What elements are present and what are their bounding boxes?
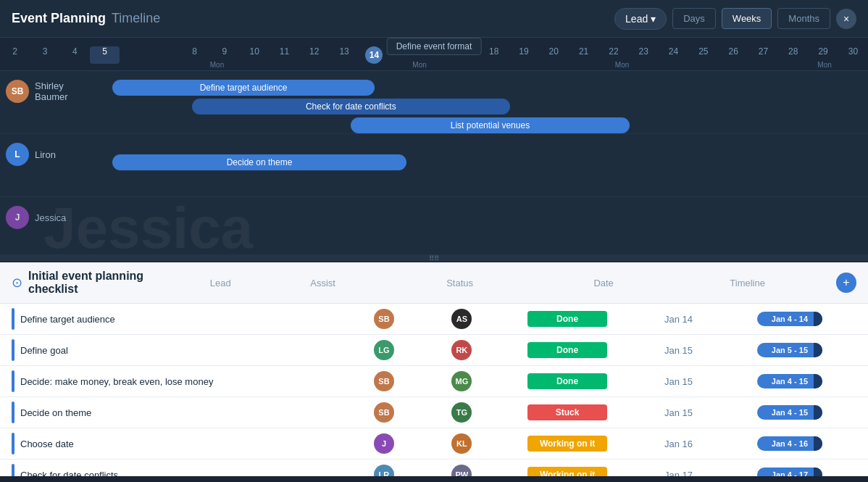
person-name-liron: Liron (35, 149, 56, 160)
lead-chevron-icon: ▾ (651, 13, 656, 25)
assist-cell: MG (423, 371, 501, 391)
checklist-title: Initial event planning checklist (28, 270, 167, 296)
lead-avatar[interactable]: SB (374, 371, 394, 391)
lead-avatar[interactable]: SB (374, 402, 394, 423)
scroll-drag-icon[interactable]: ⠿⠿ (429, 254, 439, 262)
col-header-assist: Assist (275, 278, 371, 288)
task-stripe (12, 433, 14, 454)
person-row-jessica: J Jessica Jessica (0, 197, 868, 255)
app-title: Event Planning (12, 11, 106, 26)
table-row: Check for date conflicts LR PW Working o… (0, 460, 868, 476)
timeline-cell: Jan 4 - 15 (723, 405, 856, 420)
date-cell-data: Jan 14 (634, 314, 723, 325)
checklist-header: ⊙ Initial event planning checklist Lead … (0, 262, 868, 304)
bar-decide-theme[interactable]: Decide on theme (112, 154, 406, 170)
timeline-badge[interactable]: Jan 4 - 17 (757, 468, 822, 476)
assist-avatar[interactable]: PW (451, 465, 472, 476)
timeline-bars-shirley: Define target audience Check for date co… (72, 77, 868, 128)
person-info-liron: L Liron (0, 140, 72, 169)
status-badge[interactable]: Stuck (527, 404, 607, 420)
timeline-bars-liron: Decide on theme (72, 140, 868, 191)
status-badge[interactable]: Working on it (527, 436, 607, 452)
task-stripe (12, 339, 14, 361)
lead-avatar[interactable]: LR (374, 465, 394, 476)
header-left: Event Planning Timeline (12, 11, 160, 26)
task-cell: Decide on theme (12, 402, 345, 423)
assist-avatar[interactable]: KL (451, 433, 472, 454)
lead-avatar[interactable]: J (374, 433, 394, 454)
person-name-shirley: Shirley Baumer (35, 80, 68, 102)
assist-avatar[interactable]: TG (451, 402, 472, 423)
avatar-shirley: SB (6, 80, 29, 103)
timeline-cell: Jan 4 - 15 (723, 374, 856, 388)
task-stripe (12, 464, 14, 476)
avatar-jessica: J (6, 206, 29, 229)
lead-cell: LR (345, 465, 422, 476)
timeline-badge[interactable]: Jan 4 - 14 (757, 312, 822, 326)
col-header-status: Status (377, 278, 543, 288)
days-view-button[interactable]: Days (672, 8, 716, 29)
task-rows-container: Define target audience SB AS Done Jan 14… (0, 304, 868, 476)
assist-cell: KL (423, 433, 501, 454)
lead-cell: SB (345, 309, 422, 329)
table-section: ⊙ Initial event planning checklist Lead … (0, 262, 868, 476)
date-cell-data: Jan 15 (634, 345, 723, 356)
task-cell: Choose date (12, 433, 345, 454)
status-cell: Done (501, 373, 634, 389)
status-cell: Working on it (501, 467, 634, 476)
status-badge[interactable]: Done (527, 342, 607, 358)
weeks-view-button[interactable]: Weeks (722, 8, 772, 29)
timeline-badge[interactable]: Jan 4 - 15 (757, 374, 822, 388)
table-row: Choose date J KL Working on it Jan 16 Ja… (0, 428, 868, 460)
assist-cell: PW (423, 465, 501, 476)
assist-cell: TG (423, 402, 501, 423)
status-cell: Done (501, 311, 634, 327)
lead-filter-label: Lead (625, 13, 648, 25)
timeline-badge[interactable]: Jan 5 - 15 (757, 343, 822, 357)
close-button[interactable]: × (836, 9, 856, 29)
col-header-timeline: Timeline (664, 278, 830, 288)
timeline-body: SB Shirley Baumer Define target audience… (0, 71, 868, 255)
checklist-expand-icon[interactable]: ⊙ (12, 275, 22, 291)
assist-cell: AS (423, 309, 501, 329)
lead-avatar[interactable]: SB (374, 309, 394, 329)
col-header-date: Date (548, 278, 659, 288)
status-cell: Done (501, 342, 634, 358)
add-task-button[interactable]: + (836, 273, 856, 293)
lead-filter-button[interactable]: Lead ▾ (614, 8, 667, 30)
app-header: Event Planning Timeline Lead ▾ Days Week… (0, 0, 868, 38)
assist-avatar[interactable]: RK (451, 340, 472, 360)
assist-avatar[interactable]: MG (451, 371, 472, 391)
assist-cell: RK (423, 340, 501, 360)
bar-check-date[interactable]: Check for date conflicts (192, 99, 510, 115)
timeline-cell: Jan 5 - 15 (723, 343, 856, 357)
timeline-badge[interactable]: Jan 4 - 16 (757, 436, 822, 451)
months-view-button[interactable]: Months (777, 8, 830, 29)
table-row: Define goal LG RK Done Jan 15 Jan 5 - 15 (0, 335, 868, 366)
bar-define-target[interactable]: Define target audience (112, 80, 375, 96)
timeline-badge[interactable]: Jan 4 - 15 (757, 405, 822, 420)
timeline-scrollbar[interactable]: ⠿⠿ (0, 255, 868, 261)
bar-list-venues[interactable]: List potential venues (351, 117, 629, 133)
header-right: Lead ▾ Days Weeks Months × (614, 8, 856, 30)
task-name: Check for date conflicts (20, 470, 118, 477)
table-row: Decide: make money, break even, lose mon… (0, 366, 868, 397)
lead-cell: LG (345, 340, 422, 360)
lead-cell: SB (345, 402, 422, 423)
task-cell: Define target audience (12, 308, 345, 330)
timeline-section: Define event format 2 3 4 5 8 9 10 11 12… (0, 38, 868, 262)
status-badge[interactable]: Done (527, 373, 607, 389)
task-cell: Decide: make money, break even, lose mon… (12, 370, 345, 392)
lead-cell: J (345, 433, 422, 454)
task-stripe (12, 370, 14, 392)
lead-avatar[interactable]: LG (374, 340, 394, 360)
assist-avatar[interactable]: AS (451, 309, 472, 329)
task-stripe (12, 308, 14, 330)
timeline-cell: Jan 4 - 16 (723, 436, 856, 451)
status-badge[interactable]: Done (527, 311, 607, 327)
task-name: Define goal (20, 345, 68, 356)
status-badge[interactable]: Working on it (527, 467, 607, 476)
status-cell: Working on it (501, 436, 634, 452)
person-info-shirley: SB Shirley Baumer (0, 77, 72, 106)
task-name: Define target audience (20, 314, 115, 325)
